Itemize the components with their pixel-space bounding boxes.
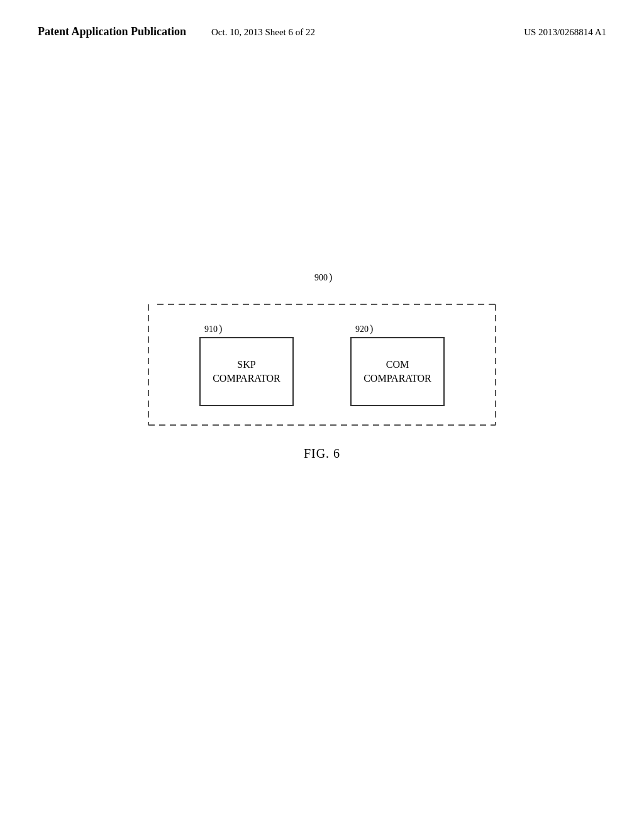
outer-num-label: 900: [314, 273, 328, 283]
patent-number: US 2013/0268814 A1: [524, 27, 606, 38]
publication-title: Patent Application Publication: [38, 25, 186, 38]
com-bracket: ): [370, 323, 373, 335]
com-label-line2: COMPARATOR: [364, 372, 431, 385]
com-comparator-container: 920 ) COM COMPARATOR: [350, 323, 445, 406]
skp-label-line1: SKP: [237, 358, 255, 372]
publication-date: Oct. 10, 2013 Sheet 6 of 22: [211, 27, 315, 38]
skp-bracket: ): [219, 323, 222, 335]
skp-num-row: 910 ): [204, 323, 222, 335]
com-comparator-box: COM COMPARATOR: [350, 337, 445, 406]
skp-comparator-container: 910 ) SKP COMPARATOR: [199, 323, 294, 406]
skp-label-line2: COMPARATOR: [213, 372, 280, 385]
diagram-area: 900 ) 910 ) SKP: [133, 302, 511, 461]
page-header: Patent Application Publication Oct. 10, …: [0, 0, 644, 38]
skp-num-label: 910: [204, 324, 218, 335]
com-num-row: 920 ): [355, 323, 373, 335]
com-label-line1: COM: [386, 358, 409, 372]
outer-dashed-box: 910 ) SKP COMPARATOR 920 ) COM COMPARATO…: [146, 302, 498, 428]
skp-comparator-box: SKP COMPARATOR: [199, 337, 294, 406]
figure-label: FIG. 6: [304, 446, 340, 461]
outer-bracket: ): [329, 272, 332, 283]
inner-boxes-row: 910 ) SKP COMPARATOR 920 ) COM COMPARATO…: [146, 302, 498, 428]
outer-label-group: 900 ): [314, 272, 332, 283]
com-num-label: 920: [355, 324, 369, 335]
